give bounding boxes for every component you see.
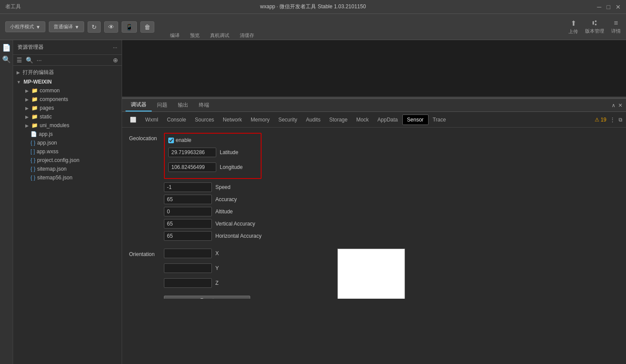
mode-group: 小程序模式 ▼: [5, 21, 45, 32]
sidebar-title: 资源管理器: [17, 44, 44, 51]
file-item-sitemap[interactable]: { } sitemap.json: [13, 165, 122, 173]
maximize-button[interactable]: □: [607, 3, 610, 10]
refresh-icon: ↻: [92, 24, 97, 30]
file-item-pages[interactable]: ▶ 📁 pages: [13, 104, 122, 112]
window-controls: ─ □ ✕: [597, 3, 621, 10]
y-input[interactable]: [164, 263, 212, 273]
files-icon[interactable]: 📄: [2, 44, 11, 52]
y-label: Y: [215, 265, 250, 271]
z-row: Z: [164, 278, 250, 288]
x-input[interactable]: [164, 249, 212, 258]
enable-checkbox[interactable]: [168, 138, 174, 143]
console-label: Console: [167, 117, 186, 123]
reset-button[interactable]: Reset: [164, 296, 250, 299]
sidebar-header: 资源管理器 ···: [13, 40, 122, 55]
devtools-detach-icon[interactable]: ⧉: [619, 117, 623, 123]
close-button[interactable]: ✕: [616, 3, 621, 10]
file-item-components[interactable]: ▶ 📁 components: [13, 95, 122, 104]
devtools-tab-trace[interactable]: Trace: [429, 115, 450, 125]
real-device-button[interactable]: 📱: [122, 21, 137, 33]
devtools-tab-wxml[interactable]: Wxml: [141, 115, 163, 125]
toolbar-right: ⬆ 上传 ⑆ 版本管理 ≡ 详情: [568, 19, 621, 35]
open-editors-header[interactable]: ▶ 打开的编辑器: [13, 67, 122, 78]
file-item-appjs[interactable]: 📄 app.js: [13, 130, 122, 138]
devtools-tab-storage[interactable]: Storage: [325, 115, 352, 125]
components-label: components: [40, 96, 68, 102]
panel-close-icon[interactable]: ✕: [618, 102, 623, 108]
latitude-input[interactable]: [168, 148, 216, 157]
file-item-common[interactable]: ▶ 📁 common: [13, 86, 122, 95]
devtools-tab-inspector[interactable]: ⬜: [126, 115, 141, 125]
latitude-label: Latitude: [220, 149, 255, 155]
cache-icon: 🗑: [144, 24, 150, 30]
file-item-appjson[interactable]: { } app.json: [13, 138, 122, 147]
file-item-projectconfig[interactable]: { } project.config.json: [13, 156, 122, 165]
appwxss-label: app.wxss: [37, 148, 58, 155]
editor-area: [122, 40, 626, 97]
devtools-tab-mock[interactable]: Mock: [352, 115, 373, 125]
upload-group[interactable]: ⬆ 上传: [568, 19, 578, 35]
panel-collapse-icon[interactable]: ∧: [612, 102, 616, 108]
file-item-static[interactable]: ▶ 📁 static: [13, 112, 122, 121]
compile-button[interactable]: 普通编译 ▼: [49, 21, 84, 32]
z-input[interactable]: [164, 278, 212, 288]
version-group[interactable]: ⑆ 版本管理: [585, 19, 604, 34]
sidebar-dots-icon[interactable]: ···: [37, 57, 42, 64]
tab-terminal[interactable]: 终端: [194, 99, 214, 111]
devtools-tab-console[interactable]: Console: [163, 115, 191, 125]
devtools-tab-network[interactable]: Network: [218, 115, 246, 125]
file-item-uni-modules[interactable]: ▶ 📁 uni_modules: [13, 121, 122, 130]
speed-input[interactable]: [164, 182, 212, 192]
mode-label: 小程序模式: [10, 24, 34, 30]
devtools-tab-security[interactable]: Security: [274, 115, 301, 125]
project-label: MP-WEIXIN: [24, 79, 52, 85]
search-icon[interactable]: 🔍: [2, 55, 11, 64]
preview-icon-button[interactable]: 👁: [104, 21, 118, 33]
compile-text: 编译: [170, 32, 180, 39]
devtools-bar: ⬜ Wxml Console Sources Network Memory: [122, 112, 626, 128]
sidebar-more-icon[interactable]: ···: [113, 44, 117, 51]
devtools-tab-audits[interactable]: Audits: [302, 115, 325, 125]
tab-output[interactable]: 输出: [173, 99, 194, 111]
tab-devtools[interactable]: 调试器: [126, 99, 152, 111]
devtools-tab-memory[interactable]: Memory: [246, 115, 274, 125]
devtools-tab-sources[interactable]: Sources: [191, 115, 218, 125]
mode-button[interactable]: 小程序模式 ▼: [5, 21, 45, 32]
sidebar-menu-icon[interactable]: ☰: [17, 57, 22, 64]
uni-modules-folder-icon: 📁: [31, 122, 38, 128]
mode-chevron-icon: ▼: [36, 24, 41, 30]
devtools-tab-appdata[interactable]: AppData: [373, 115, 402, 125]
tab-issues[interactable]: 问题: [152, 99, 173, 111]
longitude-input[interactable]: [168, 162, 216, 172]
vertical-accuracy-input[interactable]: [164, 219, 212, 229]
latitude-row: Latitude: [168, 148, 257, 157]
refresh-button[interactable]: ↻: [88, 21, 101, 33]
sidebar-new-file-icon[interactable]: ⊕: [113, 57, 118, 64]
bottom-panel: 调试器 问题 输出 终端 ∧ ✕ ⬜ Wxml Console: [122, 98, 626, 299]
static-label: static: [40, 114, 52, 120]
project-header[interactable]: ▼ MP-WEIXIN: [13, 78, 122, 86]
sitemap-icon: { }: [31, 166, 35, 172]
device-icon: 📱: [126, 24, 133, 30]
upload-icon: ⬆: [571, 19, 576, 27]
detail-label: 详情: [611, 28, 621, 34]
common-arrow-icon: ▶: [25, 88, 29, 93]
horizontal-accuracy-input[interactable]: [164, 231, 212, 241]
common-label: common: [40, 88, 60, 94]
detail-group[interactable]: ≡ 详情: [611, 19, 621, 34]
altitude-input[interactable]: [164, 207, 212, 216]
file-item-appwxss[interactable]: [ ] app.wxss: [13, 147, 122, 156]
sitemap-label: sitemap.json: [37, 166, 66, 172]
file-item-sitemap56[interactable]: { } sitemap56.json: [13, 173, 122, 182]
appwxss-icon: [ ]: [31, 148, 35, 155]
devtools-tab-sensor[interactable]: Sensor: [402, 115, 429, 125]
altitude-label: Altitude: [215, 209, 250, 215]
accuracy-input[interactable]: [164, 195, 212, 204]
clear-cache-button[interactable]: 🗑: [140, 21, 154, 33]
minimize-button[interactable]: ─: [597, 3, 602, 10]
longitude-row: Longitude: [168, 162, 257, 172]
sidebar-search-icon[interactable]: 🔍: [26, 57, 33, 64]
network-label: Network: [223, 117, 242, 123]
devtools-menu-icon[interactable]: ⋮: [610, 117, 615, 123]
clear-cache-text: 清缓存: [240, 32, 254, 39]
